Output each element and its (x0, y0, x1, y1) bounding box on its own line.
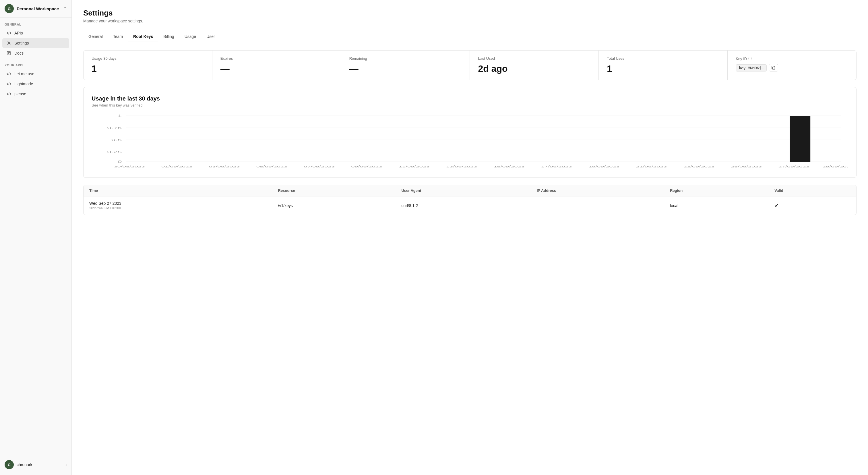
stat-last-used-label: Last Used (478, 56, 590, 61)
code-icon-4 (6, 91, 11, 96)
stat-total-uses-value: 1 (607, 63, 719, 74)
cell-region: local (664, 197, 769, 215)
settings-tabs: General Team Root Keys Billing Usage Use… (83, 31, 857, 42)
svg-text:21/09/2023: 21/09/2023 (636, 165, 667, 168)
stat-remaining-label: Remaining (349, 56, 462, 61)
chart-section: Usage in the last 30 days See when this … (83, 87, 857, 178)
svg-text:0.25: 0.25 (107, 150, 122, 154)
svg-text:03/09/2023: 03/09/2023 (209, 165, 240, 168)
sidebar-item-settings-label: Settings (14, 41, 29, 46)
stat-expires-label: Expires (220, 56, 333, 61)
general-section-label: General (0, 18, 71, 28)
sidebar-bottom: C chronark › (0, 454, 71, 475)
cell-user-agent: curl/8.1.2 (396, 197, 531, 215)
stat-last-used-value: 2d ago (478, 63, 590, 74)
svg-text:13/09/2023: 13/09/2023 (446, 165, 477, 168)
svg-text:17/09/2023: 17/09/2023 (541, 165, 572, 168)
your-apis-section-label: Your APIs (0, 58, 71, 69)
stat-total-uses-label: Total Uses (607, 56, 719, 61)
stat-key-id: Key ID ⓘ key_MNMDKj… (727, 51, 856, 80)
stat-key-id-label: Key ID ⓘ (736, 56, 848, 61)
tab-root-keys[interactable]: Root Keys (128, 31, 158, 42)
stats-card: Usage 30 days 1 Expires — Remaining — La… (83, 50, 857, 80)
svg-line-6 (9, 92, 9, 95)
svg-rect-18 (789, 116, 810, 162)
gear-icon (6, 40, 11, 46)
sidebar-item-lightmode-label: Lightmode (14, 82, 33, 86)
chart-area: 1 0.75 0.5 0.25 0 30/08/2023 01/09/2023 … (92, 114, 848, 172)
sidebar-item-let-me-use-label: Let me use (14, 71, 34, 76)
sidebar-item-lightmode[interactable]: Lightmode (2, 79, 69, 89)
sidebar-general-section: General APIs Settings Docs (0, 18, 71, 58)
user-avatar: C (5, 460, 14, 469)
stat-remaining: Remaining — (341, 51, 470, 80)
code-icon (6, 30, 11, 36)
stat-usage-30-label: Usage 30 days (92, 56, 204, 61)
workspace-avatar: G (5, 4, 14, 13)
svg-text:25/09/2023: 25/09/2023 (731, 165, 762, 168)
svg-point-1 (8, 42, 10, 44)
sidebar-your-apis-section: Your APIs Let me use Lightmode please (0, 58, 71, 99)
stat-expires-value: — (220, 63, 333, 74)
book-icon (6, 51, 11, 56)
col-user-agent: User Agent (396, 185, 531, 197)
tab-user[interactable]: User (201, 31, 220, 42)
svg-line-4 (9, 72, 9, 75)
user-menu[interactable]: C chronark › (2, 458, 69, 472)
key-id-badge: key_MNMDKj… (736, 64, 767, 71)
code-icon-3 (6, 81, 11, 86)
sidebar-item-let-me-use[interactable]: Let me use (2, 69, 69, 79)
svg-text:1: 1 (118, 114, 122, 117)
svg-text:0.5: 0.5 (112, 138, 122, 142)
sidebar-item-apis-label: APIs (14, 31, 23, 35)
svg-rect-7 (773, 67, 775, 69)
svg-text:09/09/2023: 09/09/2023 (351, 165, 382, 168)
cell-time: Wed Sep 27 2023 20:27:44 GMT+0200 (84, 197, 272, 215)
chart-subtitle: See when this key was verified (92, 103, 848, 108)
stat-remaining-value: — (349, 63, 462, 74)
user-info: C chronark (5, 460, 32, 469)
chevron-up-down-icon: ⌃ (63, 6, 67, 11)
copy-key-button[interactable] (769, 64, 778, 71)
svg-text:0.75: 0.75 (107, 126, 122, 129)
sidebar: G Personal Workspace ⌃ General APIs Sett… (0, 0, 72, 475)
chart-title: Usage in the last 30 days (92, 95, 848, 102)
svg-text:11/09/2023: 11/09/2023 (399, 165, 430, 168)
svg-text:07/09/2023: 07/09/2023 (304, 165, 335, 168)
sidebar-item-docs[interactable]: Docs (2, 48, 69, 58)
code-icon-2 (6, 71, 11, 77)
sidebar-item-docs-label: Docs (14, 51, 24, 55)
col-ip-address: IP Address (531, 185, 664, 197)
stat-last-used: Last Used 2d ago (470, 51, 599, 80)
tab-team[interactable]: Team (108, 31, 128, 42)
sidebar-item-please-label: please (14, 92, 26, 96)
key-id-value: key_MNMDKj… (736, 64, 848, 71)
main-content: Settings Manage your workspace settings.… (72, 0, 868, 475)
info-icon: ⓘ (748, 56, 752, 61)
table-section: Time Resource User Agent IP Address Regi… (83, 185, 857, 215)
cell-ip-address (531, 197, 664, 215)
sidebar-header[interactable]: G Personal Workspace ⌃ (0, 0, 71, 18)
table-row: Wed Sep 27 2023 20:27:44 GMT+0200 /v1/ke… (84, 197, 856, 215)
tab-general[interactable]: General (83, 31, 108, 42)
svg-text:27/09/2023: 27/09/2023 (778, 165, 809, 168)
workspace-info: G Personal Workspace (5, 4, 59, 13)
sidebar-item-apis[interactable]: APIs (2, 28, 69, 38)
stat-usage-30-value: 1 (92, 63, 204, 74)
svg-text:19/09/2023: 19/09/2023 (588, 165, 619, 168)
tab-billing[interactable]: Billing (158, 31, 179, 42)
svg-text:05/09/2023: 05/09/2023 (256, 165, 287, 168)
cell-resource: /v1/keys (272, 197, 396, 215)
sidebar-item-settings[interactable]: Settings (2, 38, 69, 48)
svg-text:15/09/2023: 15/09/2023 (494, 165, 525, 168)
stat-expires: Expires — (212, 51, 341, 80)
page-title: Settings (83, 9, 857, 18)
tab-usage[interactable]: Usage (179, 31, 201, 42)
sidebar-item-please[interactable]: please (2, 89, 69, 99)
svg-line-5 (9, 82, 9, 85)
stat-usage-30: Usage 30 days 1 (84, 51, 212, 80)
page-subtitle: Manage your workspace settings. (83, 19, 857, 23)
user-name: chronark (17, 463, 32, 467)
cell-valid: ✓ (769, 197, 856, 215)
svg-line-0 (9, 32, 9, 34)
